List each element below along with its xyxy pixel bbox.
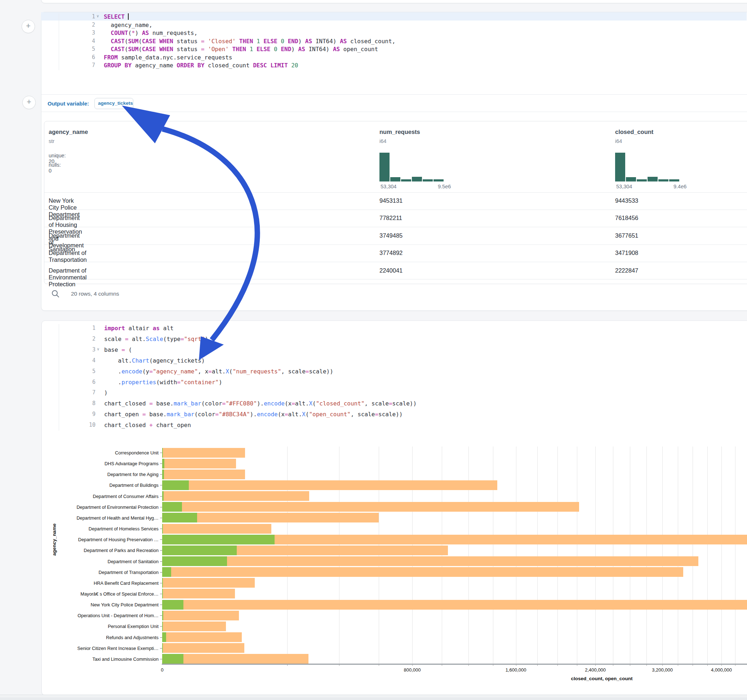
histogram-bar bbox=[669, 180, 679, 181]
add-cell-button-middle[interactable]: + bbox=[22, 96, 36, 109]
output-variable-name: agency_tickets bbox=[98, 101, 133, 106]
bar-open-count bbox=[162, 448, 163, 458]
sql-gutter-separator bbox=[59, 13, 59, 70]
bar-closed-count bbox=[162, 622, 226, 631]
y-axis-label: Taxi and Limousine Commission bbox=[43, 656, 159, 661]
bar-open-count bbox=[162, 643, 163, 653]
line-number: 3 bbox=[41, 346, 95, 353]
bar-open-count bbox=[162, 535, 275, 545]
collapse-caret-icon[interactable]: ∨ bbox=[97, 14, 99, 18]
line-number: 4 bbox=[41, 38, 95, 44]
line-number: 1 bbox=[41, 325, 95, 331]
row-separator bbox=[44, 244, 747, 245]
y-axis-tick bbox=[160, 605, 162, 605]
output-variable-pill[interactable]: agency_tickets bbox=[94, 98, 133, 109]
table-row-value[interactable]: 9443533 bbox=[611, 197, 638, 204]
table-row-value[interactable]: 2222847 bbox=[611, 267, 638, 274]
table-row-count: 20 rows, 4 columns bbox=[71, 291, 119, 297]
bar-closed-count bbox=[162, 524, 271, 534]
x-axis-tick-label: 4,000,000 bbox=[711, 667, 732, 673]
bar-open-count bbox=[162, 524, 163, 534]
code-text: alt.Chart(agency_tickets) bbox=[104, 357, 205, 364]
line-number: 7 bbox=[41, 62, 95, 68]
histogram-bar bbox=[615, 153, 625, 181]
histogram-min-label: 53,304 bbox=[616, 184, 632, 189]
table-row-value[interactable]: 2240041 bbox=[375, 267, 402, 274]
histogram-bar bbox=[647, 177, 658, 181]
output-variable-label: Output variable: bbox=[48, 101, 89, 107]
histogram-min-label: 53,304 bbox=[381, 184, 396, 189]
table-row-value[interactable]: 7782211 bbox=[375, 214, 402, 222]
bar-closed-count bbox=[162, 643, 244, 653]
y-axis-label: Department of Homeless Services bbox=[43, 526, 159, 531]
search-icon[interactable] bbox=[51, 290, 60, 298]
notebook-page: + + 1∨SELECT 2 agency_name,3 COUNT(*) AS… bbox=[0, 0, 747, 700]
y-axis-label: Department of Environmental Protection bbox=[43, 504, 159, 510]
x-axis-title: closed_count, open_count bbox=[571, 676, 632, 681]
table-row-value[interactable]: 3774892 bbox=[375, 249, 402, 256]
table-row-value[interactable]: 3749485 bbox=[375, 232, 402, 239]
y-axis-title: agency_name bbox=[51, 522, 57, 558]
y-axis-label: Personal Exemption Unit bbox=[43, 624, 159, 629]
table-row-name[interactable]: Department of Transportation bbox=[44, 249, 87, 263]
table-row-value[interactable]: 7618456 bbox=[611, 214, 638, 222]
python-editor[interactable]: 1import altair as alt2scale = alt.Scale(… bbox=[41, 323, 747, 431]
row-separator bbox=[44, 279, 747, 279]
bar-open-count bbox=[162, 611, 163, 620]
bar-open-count bbox=[162, 469, 164, 479]
collapse-caret-icon[interactable]: ∨ bbox=[97, 347, 100, 352]
line-number: 4 bbox=[41, 357, 95, 364]
table-row-name[interactable]: Department of Environmental Protection bbox=[44, 267, 86, 288]
x-axis-tick-label: 0 bbox=[161, 667, 163, 673]
histogram-max-label: 9.5e6 bbox=[438, 184, 451, 189]
column-header[interactable]: num_requests bbox=[380, 128, 420, 136]
divider bbox=[41, 94, 747, 95]
y-axis-label: Department for the Aging bbox=[43, 472, 159, 477]
column-histogram bbox=[615, 152, 680, 181]
line-number: 6 bbox=[41, 379, 95, 385]
row-separator bbox=[44, 262, 747, 262]
y-axis-tick bbox=[160, 616, 162, 616]
y-axis-label: Refunds and Adjustments bbox=[43, 634, 159, 640]
column-type: i64 bbox=[380, 138, 386, 144]
sql-editor[interactable]: 1∨SELECT 2 agency_name,3 COUNT(*) AS num… bbox=[41, 13, 747, 71]
column-header[interactable]: agency_name bbox=[48, 128, 88, 136]
add-cell-button-top[interactable]: + bbox=[22, 20, 35, 33]
table-row-value[interactable]: 3677651 bbox=[611, 232, 638, 239]
y-axis-label: Operations Unit - Department of Hom… bbox=[43, 613, 159, 618]
code-text: chart_closed = base.mark_bar(color="#FFC… bbox=[104, 400, 417, 407]
code-text: CAST(SUM(CASE WHEN status = 'Closed' THE… bbox=[104, 38, 395, 45]
bar-closed-count bbox=[162, 480, 497, 490]
y-axis-label: Department of Sanitation bbox=[43, 558, 159, 564]
row-separator bbox=[44, 192, 747, 193]
y-axis-label: Correspondence Unit bbox=[43, 450, 159, 456]
bar-open-count bbox=[162, 578, 163, 588]
row-separator bbox=[44, 210, 747, 210]
bar-closed-count bbox=[162, 502, 579, 512]
bar-closed-count bbox=[162, 491, 309, 501]
y-axis-tick bbox=[160, 659, 162, 659]
y-axis-tick bbox=[160, 485, 162, 486]
bar-open-count bbox=[162, 622, 163, 631]
line-number: 10 bbox=[41, 422, 95, 428]
code-text: agency_name, bbox=[104, 22, 153, 29]
plot-area bbox=[162, 447, 747, 664]
code-text: base = ( bbox=[104, 346, 132, 353]
y-axis-tick bbox=[160, 550, 162, 551]
x-axis-tick-label: 800,000 bbox=[404, 667, 421, 673]
column-header[interactable]: closed_count bbox=[615, 128, 653, 136]
bar-open-count bbox=[162, 654, 183, 664]
bar-closed-count bbox=[162, 632, 242, 642]
histogram-bar bbox=[658, 180, 668, 181]
y-axis-label: Senior Citizen Rent Increase Exempti… bbox=[43, 645, 159, 651]
y-axis-tick bbox=[160, 572, 162, 573]
page-bottom-strip-2 bbox=[0, 697, 747, 700]
histogram-bar bbox=[390, 177, 400, 181]
previous-cell-card bbox=[41, 0, 747, 3]
table-row-value[interactable]: 3471908 bbox=[611, 249, 638, 256]
y-axis-tick bbox=[160, 648, 162, 649]
bar-open-count bbox=[162, 459, 164, 468]
table-row-value[interactable]: 9453131 bbox=[375, 197, 402, 204]
code-text: COUNT(*) AS num_requests, bbox=[104, 30, 198, 36]
code-text: .properties(width="container") bbox=[104, 379, 222, 386]
